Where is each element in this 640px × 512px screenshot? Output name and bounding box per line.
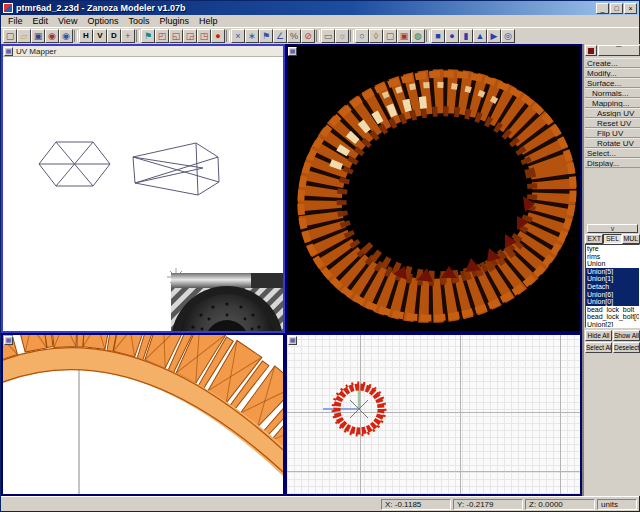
hide-all-button[interactable]: Hide All: [585, 330, 612, 341]
menu-view[interactable]: View: [53, 15, 82, 27]
tread-viewport-menu-icon[interactable]: ▦: [4, 336, 13, 345]
percent-icon[interactable]: %: [287, 29, 301, 43]
zoom-icon[interactable]: ○: [355, 29, 369, 43]
status-units: units: [597, 499, 637, 510]
object-list-item[interactable]: Union[6]: [586, 291, 639, 299]
object-list: tyrerimsUnionUnion[5]Union[1]DetachUnion…: [585, 244, 640, 328]
texture-box-icon[interactable]: ▣: [397, 29, 411, 43]
settings-gear-icon[interactable]: ☼: [335, 29, 349, 43]
object-list-item[interactable]: bead_lock_bolt[0]: [586, 313, 639, 321]
object-list-item[interactable]: tyre: [586, 245, 639, 253]
flag-icon[interactable]: ⚑: [141, 29, 155, 43]
select-rect-icon[interactable]: ▭: [321, 29, 335, 43]
menu-plugins[interactable]: Plugins: [154, 15, 194, 27]
status-y-coordinate: Y: -0.2179: [453, 499, 523, 510]
toolbar-separator: [350, 30, 354, 42]
edge-mode-icon[interactable]: ◱: [169, 29, 183, 43]
material-globe-icon[interactable]: ◍: [411, 29, 425, 43]
menu-help[interactable]: Help: [194, 15, 223, 27]
object-list-item[interactable]: Union[1]: [586, 275, 639, 283]
disable-icon[interactable]: ⊘: [301, 29, 315, 43]
scale-tool-icon[interactable]: ×: [231, 29, 245, 43]
toggle-v-button[interactable]: V: [93, 29, 107, 43]
toggle-d-button[interactable]: D: [107, 29, 121, 43]
maximize-button[interactable]: □: [610, 3, 623, 14]
weld-tool-icon[interactable]: ∠: [273, 29, 287, 43]
sphere-primitive-icon[interactable]: ●: [445, 29, 459, 43]
sidebar-menu-flip-uv[interactable]: Flip UV: [585, 128, 640, 138]
rotate-tool-icon[interactable]: ∗: [245, 29, 259, 43]
perspective-viewport[interactable]: ▦: [285, 44, 582, 333]
uv-mapper-viewport[interactable]: ▦ UV Mapper: [1, 44, 285, 333]
toolbar-separator: [74, 30, 78, 42]
pan-icon[interactable]: ◊: [369, 29, 383, 43]
tread-closeup-viewport[interactable]: ▦: [1, 333, 285, 496]
save-icon[interactable]: ▣: [31, 29, 45, 43]
export-icon[interactable]: ◉: [59, 29, 73, 43]
toggle-h-button[interactable]: H: [79, 29, 93, 43]
view-box-icon[interactable]: ▢: [383, 29, 397, 43]
object-list-item[interactable]: Union[5]: [586, 268, 639, 276]
open-folder-icon[interactable]: ▱: [17, 29, 31, 43]
sidebar-menu-assign-uv[interactable]: Assign UV: [585, 108, 640, 118]
close-button[interactable]: ×: [624, 3, 637, 14]
select-all-button[interactable]: Select All: [585, 342, 612, 353]
cone-primitive-icon[interactable]: ▲: [473, 29, 487, 43]
command-sidebar: ⌒ Create...Modify...Surface...Normals...…: [582, 44, 640, 496]
object-list-item[interactable]: Detach: [586, 283, 639, 291]
object-list-tabs: EXTSELMUL: [585, 234, 640, 244]
menu-tools[interactable]: Tools: [123, 15, 154, 27]
move-gizmo-icon[interactable]: +: [121, 29, 135, 43]
toolbar: ▢▱▣◉◉HVD+⚑◰◱◲◳●×∗⚑∠%⊘▭☼○◊▢▣◍■●▮▲▶◎: [1, 27, 639, 44]
sidebar-menu-display[interactable]: Display...: [585, 158, 640, 168]
object-list-buttons: Hide AllShow AllSelect AllDeselect: [585, 330, 640, 353]
collapse-panel-button[interactable]: ⌒: [598, 45, 640, 56]
tab-mul[interactable]: MUL: [622, 234, 640, 244]
app-window: ptmr6ad_2.z3d - Zanoza Modeler v1.07b _ …: [0, 0, 640, 512]
import-icon[interactable]: ◉: [45, 29, 59, 43]
sidebar-menu-reset-uv[interactable]: Reset UV: [585, 118, 640, 128]
new-file-icon[interactable]: ▢: [3, 29, 17, 43]
window-controls: _ □ ×: [596, 3, 637, 14]
cylinder-primitive-icon[interactable]: ▮: [459, 29, 473, 43]
menu-edit[interactable]: Edit: [28, 15, 54, 27]
cube-primitive-icon[interactable]: ■: [431, 29, 445, 43]
object-list-item[interactable]: rims: [586, 253, 639, 261]
object-list-item[interactable]: Union: [586, 260, 639, 268]
deselect-button[interactable]: Deselect: [613, 342, 640, 353]
ortho-viewport-menu-icon[interactable]: ▦: [288, 336, 297, 345]
sidebar-menu-modify[interactable]: Modify...: [585, 68, 640, 78]
sidebar-menu-mapping[interactable]: Mapping...: [585, 98, 640, 108]
show-all-button[interactable]: Show All: [613, 330, 640, 341]
minimize-button[interactable]: _: [596, 3, 609, 14]
face-mode-icon[interactable]: ◲: [183, 29, 197, 43]
uv-hexagon-wireframe: [39, 142, 110, 186]
sidebar-menu-rotate-uv[interactable]: Rotate UV: [585, 138, 640, 148]
uv-viewport-menu-icon[interactable]: ▦: [4, 47, 13, 56]
perspective-viewport-menu-icon[interactable]: ▦: [288, 47, 297, 56]
arrow-primitive-icon[interactable]: ▶: [487, 29, 501, 43]
poly-mode-icon[interactable]: ◳: [197, 29, 211, 43]
sidebar-menu-create[interactable]: Create...: [585, 58, 640, 68]
object-list-item[interactable]: Union[0]: [586, 298, 639, 306]
sidebar-menu-normals[interactable]: Normals...: [585, 88, 640, 98]
sidebar-menu-select[interactable]: Select...: [585, 148, 640, 158]
select-sphere-icon[interactable]: ●: [211, 29, 225, 43]
ortho-grid-viewport[interactable]: ▦: [285, 333, 582, 496]
expand-list-button[interactable]: ∨: [587, 224, 638, 233]
object-list-item[interactable]: bead_lock_bolt: [586, 306, 639, 314]
object-list-item[interactable]: Union[2]: [586, 321, 639, 328]
status-bar: X: -0.1185 Y: -0.2179 Z: 0.0000 units: [1, 496, 639, 511]
tab-sel[interactable]: SEL: [603, 234, 621, 244]
menu-options[interactable]: Options: [82, 15, 123, 27]
torus-primitive-icon[interactable]: ◎: [501, 29, 515, 43]
toolbar-separator: [316, 30, 320, 42]
panel-lock-icon[interactable]: [585, 45, 597, 56]
ortho-canvas: [287, 335, 580, 494]
title-bar[interactable]: ptmr6ad_2.z3d - Zanoza Modeler v1.07b _ …: [1, 1, 639, 15]
menu-file[interactable]: File: [3, 15, 28, 27]
tab-ext[interactable]: EXT: [585, 234, 603, 244]
sidebar-menu-surface[interactable]: Surface...: [585, 78, 640, 88]
mirror-tool-icon[interactable]: ⚑: [259, 29, 273, 43]
vertex-mode-icon[interactable]: ◰: [155, 29, 169, 43]
